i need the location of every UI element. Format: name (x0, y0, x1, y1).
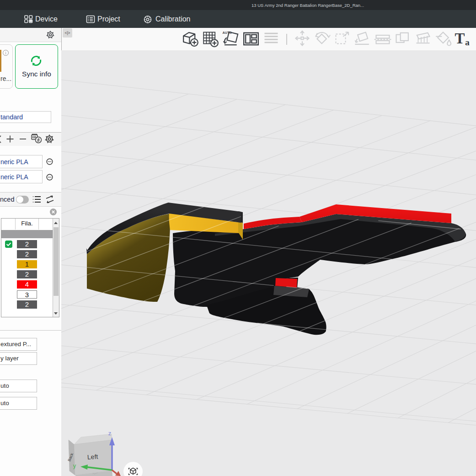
svg-text:z: z (108, 430, 112, 437)
svg-text:a: a (465, 37, 470, 47)
svg-text:y: y (73, 462, 76, 469)
svg-text:AUTO: AUTO (223, 31, 232, 35)
svg-text:Left: Left (87, 453, 98, 461)
svg-text:T: T (455, 31, 465, 47)
